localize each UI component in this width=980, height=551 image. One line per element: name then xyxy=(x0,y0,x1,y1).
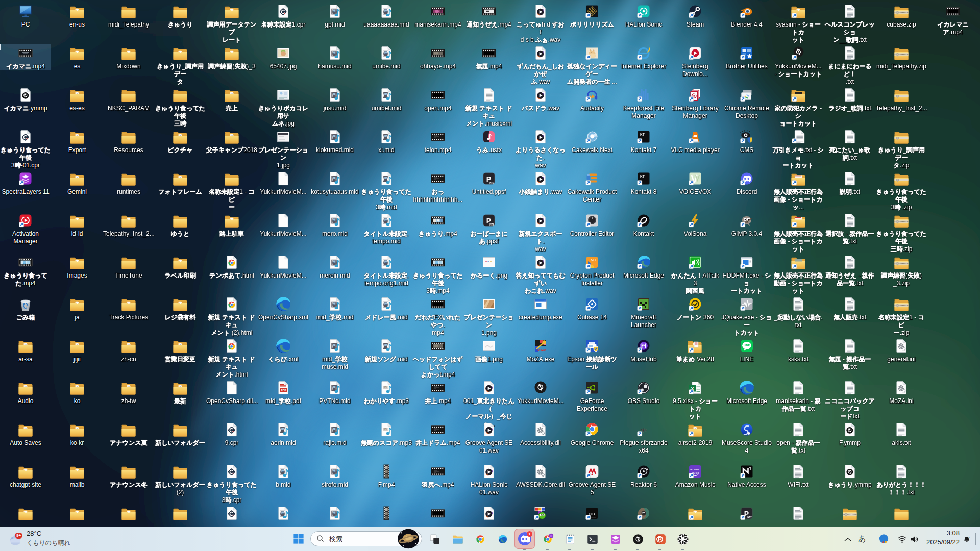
svg-text:CPI: CPI xyxy=(591,258,596,261)
svg-text:NT2: NT2 xyxy=(489,223,494,226)
svg-text:LINE: LINE xyxy=(744,344,750,347)
svg-text:amazon: amazon xyxy=(690,468,700,471)
svg-text:1: 1 xyxy=(528,532,530,536)
svg-text:KT: KT xyxy=(640,133,645,136)
svg-text:9+: 9+ xyxy=(16,533,21,538)
svg-text:z: z xyxy=(968,536,970,539)
svg-text:PDF: PDF xyxy=(281,389,286,392)
svg-text:sfz: sfz xyxy=(641,427,647,433)
svg-text:MoZA: MoZA xyxy=(537,348,546,352)
svg-text:KT: KT xyxy=(640,174,645,178)
svg-text:MP3: MP3 xyxy=(384,386,387,388)
svg-text:MP3: MP3 xyxy=(384,428,387,430)
svg-text:NT2: NT2 xyxy=(747,516,752,519)
svg-text:NT2: NT2 xyxy=(489,182,494,184)
